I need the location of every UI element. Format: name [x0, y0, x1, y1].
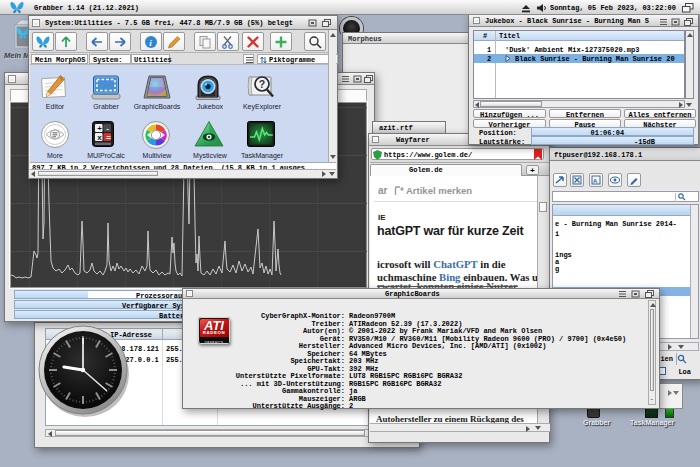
svg-text:+: +	[97, 124, 102, 133]
svg-text:=: =	[106, 133, 111, 142]
svg-text:A: A	[593, 178, 598, 184]
svg-text:?: ?	[259, 78, 265, 90]
svg-text:-: -	[106, 124, 109, 133]
svg-text:x: x	[97, 133, 102, 142]
